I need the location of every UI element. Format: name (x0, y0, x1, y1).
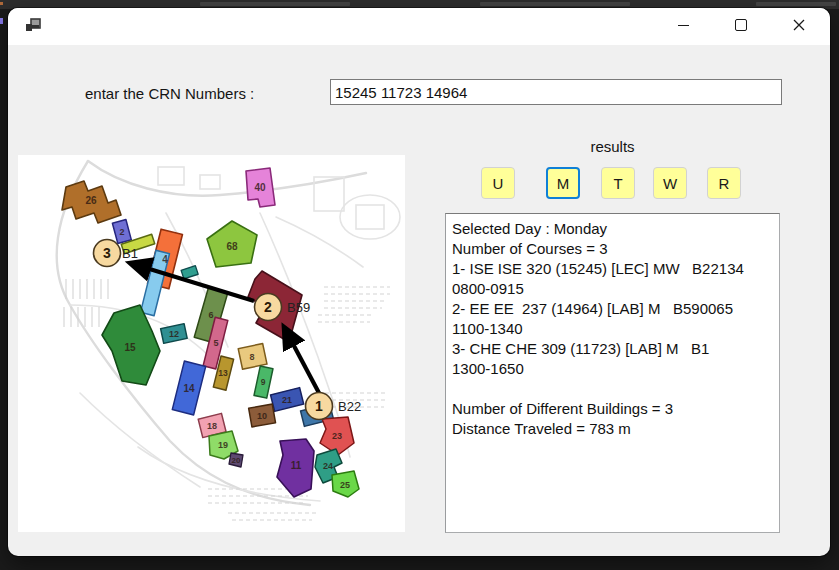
app-window: entar the CRN Numbers : results U M T W … (8, 8, 830, 556)
building-small-teal (181, 266, 198, 279)
svg-text:2: 2 (119, 227, 124, 237)
background-tab-fragment (756, 2, 836, 6)
day-button-w[interactable]: W (653, 167, 687, 199)
close-button[interactable] (776, 8, 822, 42)
svg-text:18: 18 (207, 421, 217, 431)
result-line: 1- ISE ISE 320 (15245) [LEC] MW B22134 (452, 259, 773, 279)
results-textbox[interactable]: Selected Day : Monday Number of Courses … (445, 213, 780, 533)
svg-text:15: 15 (124, 342, 136, 353)
result-line: Distance Traveled = 783 m (452, 419, 773, 439)
campus-map: 26 40 2 4 68 6 5 12 15 14 13 8 9 21 10 1… (18, 155, 405, 532)
results-caption: results (445, 138, 780, 155)
result-line: 2- EE EE 237 (14964) [LAB] M B590065 (452, 299, 773, 319)
marker-stop-3: 3 (94, 240, 121, 267)
svg-text:4: 4 (162, 254, 168, 265)
map-label-b59: B59 (287, 300, 310, 315)
svg-text:23: 23 (332, 431, 342, 441)
svg-text:3: 3 (103, 245, 111, 261)
svg-text:40: 40 (254, 182, 266, 193)
svg-text:25: 25 (340, 480, 350, 490)
background-tab-fragment (480, 2, 630, 6)
day-button-r[interactable]: R (707, 167, 741, 199)
day-button-t[interactable]: T (601, 167, 635, 199)
map-label-b1: B1 (122, 246, 138, 261)
crn-input[interactable] (330, 79, 782, 105)
desktop: { "form": { "crn_label": "entar the CRN … (0, 0, 839, 570)
svg-text:19: 19 (218, 440, 228, 450)
background-edge-accent (0, 18, 3, 24)
svg-text:9: 9 (261, 377, 266, 387)
result-line: Number of Different Buildings = 3 (452, 399, 773, 419)
svg-text:68: 68 (226, 241, 238, 252)
background-tab-fragment (200, 2, 350, 6)
svg-text:12: 12 (169, 329, 179, 339)
svg-text:2: 2 (264, 299, 272, 315)
svg-text:21: 21 (282, 395, 292, 405)
map-buildings (62, 168, 359, 497)
result-line: 0800-0915 (452, 279, 773, 299)
svg-text:8: 8 (249, 352, 254, 362)
route-arrow-1-to-2 (284, 327, 319, 393)
result-line: 1100-1340 (452, 319, 773, 339)
svg-text:1: 1 (315, 398, 323, 414)
maximize-icon (735, 19, 747, 31)
day-button-u[interactable]: U (481, 167, 515, 199)
result-line: Selected Day : Monday (452, 219, 773, 239)
background-edge-accent (0, 2, 3, 5)
minimize-icon (678, 25, 689, 26)
svg-text:26: 26 (85, 195, 97, 206)
svg-text:6: 6 (208, 310, 213, 320)
svg-text:20: 20 (232, 456, 241, 465)
minimize-button[interactable] (660, 8, 706, 42)
campus-map-image: 26 40 2 4 68 6 5 12 15 14 13 8 9 21 10 1… (18, 155, 405, 532)
result-line: 3- CHE CHE 309 (11723) [LAB] M B1 (452, 339, 773, 359)
maximize-button[interactable] (718, 8, 764, 42)
titlebar (8, 8, 830, 45)
result-line (452, 379, 773, 399)
day-button-m[interactable]: M (546, 167, 580, 199)
svg-text:24: 24 (323, 461, 333, 471)
close-icon (793, 19, 805, 31)
app-icon[interactable] (24, 16, 42, 34)
map-label-b22: B22 (338, 399, 361, 414)
svg-text:13: 13 (218, 368, 228, 378)
svg-text:14: 14 (183, 383, 195, 394)
svg-text:11: 11 (291, 460, 302, 471)
svg-text:10: 10 (257, 411, 267, 421)
result-line: Number of Courses = 3 (452, 239, 773, 259)
result-line: 1300-1650 (452, 359, 773, 379)
svg-text:5: 5 (213, 338, 218, 348)
crn-label: entar the CRN Numbers : (85, 85, 254, 102)
